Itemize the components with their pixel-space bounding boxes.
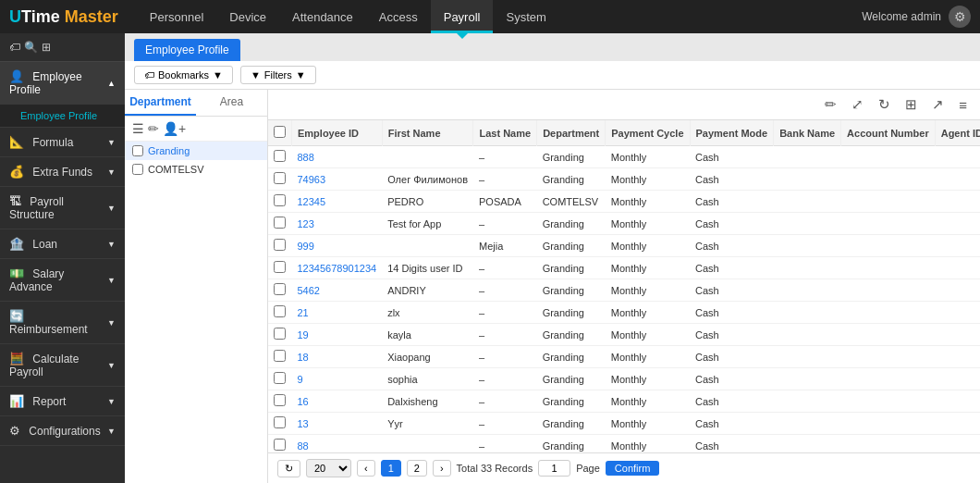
row-checkbox[interactable]	[274, 305, 286, 317]
page-input[interactable]	[538, 460, 570, 477]
tree-item-granding[interactable]: Granding	[125, 142, 267, 160]
columns-icon[interactable]: ⊞	[901, 94, 921, 115]
row-checkbox[interactable]	[274, 416, 286, 428]
row-checkbox[interactable]	[274, 150, 286, 162]
select-all-checkbox[interactable]	[274, 126, 286, 138]
nav-access[interactable]: Access	[366, 0, 431, 33]
page-2-btn[interactable]: 2	[407, 460, 427, 477]
sidebar-item-employee-profile[interactable]: Employee Profile	[0, 105, 125, 127]
sidebar-section-title-formula[interactable]: 📐 Formula ▼	[0, 128, 125, 157]
sidebar-section-extra-funds[interactable]: 💰 Extra Funds ▼	[0, 157, 125, 187]
sidebar-section-employee-profile[interactable]: 👤 Employee Profile ▲ Employee Profile	[0, 62, 125, 128]
employee-id-cell[interactable]: 5462	[292, 279, 383, 302]
list-icon[interactable]: ☰	[132, 121, 144, 136]
row-checkbox[interactable]	[274, 372, 286, 384]
employee-id-cell[interactable]: 123	[292, 213, 383, 235]
tab-area[interactable]: Area	[196, 90, 267, 116]
sidebar-section-title-employee-profile[interactable]: 👤 Employee Profile ▲	[0, 62, 125, 105]
confirm-btn[interactable]: Confirm	[606, 461, 660, 476]
row-checkbox[interactable]	[274, 239, 286, 251]
employee-id-cell[interactable]: 13	[292, 413, 383, 435]
employee-id-cell[interactable]: 999	[292, 235, 383, 257]
row-checkbox[interactable]	[274, 328, 286, 340]
checkbox-comtelsv[interactable]	[132, 164, 143, 175]
payment-mode-cell: Cash	[690, 302, 774, 324]
department-cell: Granding	[537, 235, 606, 257]
bank-name-cell	[774, 279, 841, 302]
employee-id-cell[interactable]: 18	[292, 346, 383, 368]
department-cell: Granding	[537, 213, 606, 235]
page-1-btn[interactable]: 1	[381, 460, 401, 477]
sidebar-section-title-salary-advance[interactable]: 💵 Salary Advance ▼	[0, 259, 125, 302]
tab-employee-profile[interactable]: Employee Profile	[134, 39, 240, 61]
sidebar-section-title-report[interactable]: 📊 Report ▼	[0, 387, 125, 416]
payment-mode-cell: Cash	[690, 279, 774, 302]
tree-item-comtelsv[interactable]: COMTELSV	[125, 160, 267, 179]
refresh-page-btn[interactable]: ↻	[277, 460, 300, 477]
share-icon[interactable]: ↗	[928, 94, 948, 115]
sidebar-section-configurations[interactable]: ⚙ Configurations ▼	[0, 416, 125, 446]
filters-button[interactable]: ▼ Filters ▼	[240, 66, 316, 84]
top-nav: UTime Master Personnel Device Attendance…	[0, 0, 980, 33]
row-checkbox[interactable]	[274, 217, 286, 229]
sidebar-section-title-calculate-payroll[interactable]: 🧮 Calculate Payroll ▼	[0, 344, 125, 387]
row-checkbox[interactable]	[274, 194, 286, 206]
sidebar-section-formula[interactable]: 📐 Formula ▼	[0, 128, 125, 157]
nav-system[interactable]: System	[493, 0, 558, 33]
search-icon[interactable]: 🔍	[24, 41, 38, 54]
sidebar-section-salary-advance[interactable]: 💵 Salary Advance ▼	[0, 259, 125, 302]
add-person-icon[interactable]: 👤+	[163, 121, 186, 136]
sidebar-section-title-payroll-structure[interactable]: 🏗 Payroll Structure ▼	[0, 187, 125, 229]
grid-icon[interactable]: ⊞	[42, 41, 51, 54]
employee-id-cell[interactable]: 88	[292, 435, 383, 453]
payment-mode-cell: Cash	[690, 213, 774, 235]
employee-id-cell[interactable]: 16	[292, 390, 383, 413]
nav-payroll[interactable]: Payroll	[431, 0, 494, 33]
row-checkbox[interactable]	[274, 439, 286, 451]
sidebar-section-reimbursement[interactable]: 🔄 Reimbursement ▼	[0, 302, 125, 344]
row-checkbox[interactable]	[274, 261, 286, 273]
nav-attendance[interactable]: Attendance	[279, 0, 366, 33]
employee-id-cell[interactable]: 888	[292, 146, 383, 168]
employee-id-cell[interactable]: 21	[292, 302, 383, 324]
nav-device[interactable]: Device	[216, 0, 279, 33]
sidebar-section-calculate-payroll[interactable]: 🧮 Calculate Payroll ▼	[0, 344, 125, 387]
payment-mode-cell: Cash	[690, 235, 774, 257]
user-avatar[interactable]: ⚙	[949, 6, 971, 28]
last-name-cell: Mejia	[473, 235, 537, 257]
nav-personnel[interactable]: Personnel	[137, 0, 217, 33]
sidebar-section-title-extra-funds[interactable]: 💰 Extra Funds ▼	[0, 157, 125, 187]
employee-id-cell[interactable]: 19	[292, 324, 383, 346]
tab-department[interactable]: Department	[125, 90, 196, 116]
row-checkbox[interactable]	[274, 283, 286, 295]
employee-id-cell[interactable]: 74963	[292, 168, 383, 191]
checkbox-granding[interactable]	[132, 145, 143, 156]
edit-icon[interactable]: ✏	[821, 94, 840, 115]
employee-id-cell[interactable]: 12345	[292, 191, 383, 213]
refresh-icon[interactable]: ↻	[875, 94, 894, 115]
bookmark-icon[interactable]: 🏷	[9, 41, 20, 54]
row-checkbox[interactable]	[274, 172, 286, 184]
more-icon[interactable]: ≡	[955, 95, 971, 115]
sidebar-section-loan[interactable]: 🏦 Loan ▼	[0, 229, 125, 259]
edit-dept-icon[interactable]: ✏	[148, 121, 159, 136]
sidebar-section-title-reimbursement[interactable]: 🔄 Reimbursement ▼	[0, 302, 125, 344]
sidebar-section-title-configurations[interactable]: ⚙ Configurations ▼	[0, 416, 125, 446]
row-checkbox-cell	[268, 146, 292, 168]
row-checkbox[interactable]	[274, 394, 286, 406]
sidebar-section-report[interactable]: 📊 Report ▼	[0, 387, 125, 416]
per-page-select[interactable]: 20 50 100	[306, 459, 351, 477]
employee-id-cell[interactable]: 12345678901234	[292, 257, 383, 279]
prev-page-btn[interactable]: ‹	[357, 460, 375, 477]
row-checkbox[interactable]	[274, 350, 286, 362]
table-row: 12345678901234 14 Digits user ID – Grand…	[268, 257, 980, 279]
sidebar-section-title-loan[interactable]: 🏦 Loan ▼	[0, 229, 125, 259]
agent-id-cell	[935, 368, 980, 390]
sidebar-section-payroll-structure[interactable]: 🏗 Payroll Structure ▼	[0, 187, 125, 229]
report-icon: 📊	[9, 394, 24, 408]
expand-icon[interactable]: ⤢	[848, 94, 867, 115]
bookmarks-button[interactable]: 🏷 Bookmarks ▼	[134, 66, 233, 84]
employee-id-cell[interactable]: 9	[292, 368, 383, 390]
account-number-cell	[841, 168, 936, 191]
next-page-btn[interactable]: ›	[433, 460, 451, 477]
